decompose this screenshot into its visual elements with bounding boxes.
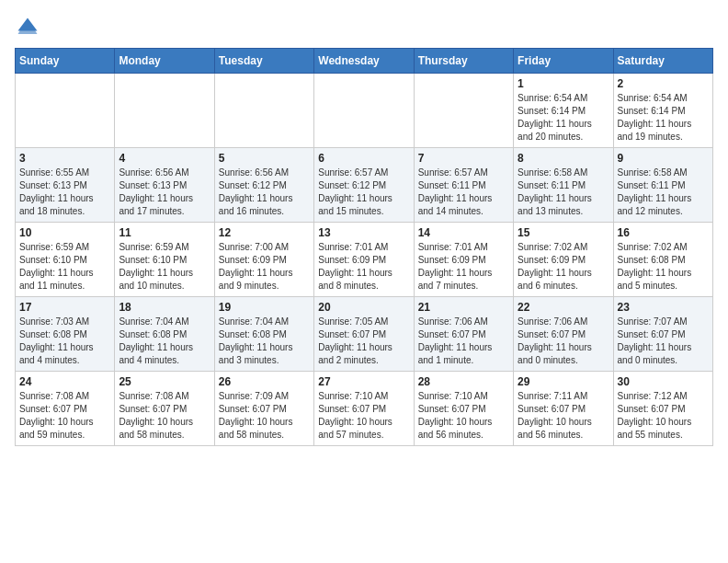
day-info: Sunrise: 6:56 AM Sunset: 6:12 PM Dayligh… bbox=[219, 167, 310, 218]
day-number: 3 bbox=[19, 152, 110, 165]
calendar-cell: 20Sunrise: 7:05 AM Sunset: 6:07 PM Dayli… bbox=[314, 297, 414, 372]
day-info: Sunrise: 7:06 AM Sunset: 6:07 PM Dayligh… bbox=[518, 316, 609, 367]
page-header bbox=[15, 15, 713, 40]
calendar-cell: 7Sunrise: 6:57 AM Sunset: 6:11 PM Daylig… bbox=[414, 148, 513, 223]
calendar-cell: 27Sunrise: 7:10 AM Sunset: 6:07 PM Dayli… bbox=[314, 372, 414, 446]
day-info: Sunrise: 6:59 AM Sunset: 6:10 PM Dayligh… bbox=[119, 241, 210, 293]
day-number: 9 bbox=[618, 152, 709, 165]
day-number: 15 bbox=[518, 226, 609, 239]
day-number: 11 bbox=[119, 226, 210, 239]
day-number: 18 bbox=[119, 301, 210, 314]
day-number: 21 bbox=[418, 301, 509, 314]
day-info: Sunrise: 6:56 AM Sunset: 6:13 PM Dayligh… bbox=[119, 167, 210, 218]
calendar-cell: 9Sunrise: 6:58 AM Sunset: 6:11 PM Daylig… bbox=[613, 148, 712, 223]
calendar-cell: 16Sunrise: 7:02 AM Sunset: 6:08 PM Dayli… bbox=[613, 223, 712, 297]
day-number: 4 bbox=[119, 152, 210, 165]
calendar-cell: 19Sunrise: 7:04 AM Sunset: 6:08 PM Dayli… bbox=[214, 297, 313, 372]
day-info: Sunrise: 7:01 AM Sunset: 6:09 PM Dayligh… bbox=[418, 241, 509, 293]
day-info: Sunrise: 7:12 AM Sunset: 6:07 PM Dayligh… bbox=[618, 390, 709, 442]
calendar-cell: 1Sunrise: 6:54 AM Sunset: 6:14 PM Daylig… bbox=[514, 74, 613, 148]
weekday-header: Saturday bbox=[613, 49, 712, 74]
day-info: Sunrise: 6:54 AM Sunset: 6:14 PM Dayligh… bbox=[518, 92, 609, 144]
day-number: 29 bbox=[518, 375, 609, 388]
calendar-cell: 8Sunrise: 6:58 AM Sunset: 6:11 PM Daylig… bbox=[514, 148, 613, 223]
calendar-header: SundayMondayTuesdayWednesdayThursdayFrid… bbox=[16, 49, 713, 74]
day-info: Sunrise: 6:58 AM Sunset: 6:11 PM Dayligh… bbox=[618, 167, 709, 218]
calendar-cell bbox=[115, 74, 214, 148]
calendar-week-row: 3Sunrise: 6:55 AM Sunset: 6:13 PM Daylig… bbox=[16, 148, 713, 223]
day-info: Sunrise: 7:08 AM Sunset: 6:07 PM Dayligh… bbox=[119, 390, 210, 442]
day-number: 6 bbox=[318, 152, 409, 165]
day-number: 24 bbox=[19, 375, 110, 388]
calendar-week-row: 1Sunrise: 6:54 AM Sunset: 6:14 PM Daylig… bbox=[16, 74, 713, 148]
day-info: Sunrise: 6:55 AM Sunset: 6:13 PM Dayligh… bbox=[19, 167, 110, 218]
calendar-cell: 3Sunrise: 6:55 AM Sunset: 6:13 PM Daylig… bbox=[16, 148, 115, 223]
day-info: Sunrise: 6:58 AM Sunset: 6:11 PM Dayligh… bbox=[518, 167, 609, 218]
day-info: Sunrise: 7:04 AM Sunset: 6:08 PM Dayligh… bbox=[219, 316, 310, 367]
calendar-cell: 26Sunrise: 7:09 AM Sunset: 6:07 PM Dayli… bbox=[214, 372, 313, 446]
day-number: 23 bbox=[618, 301, 709, 314]
day-number: 12 bbox=[219, 226, 310, 239]
day-number: 25 bbox=[119, 375, 210, 388]
day-number: 5 bbox=[219, 152, 310, 165]
day-number: 16 bbox=[618, 226, 709, 239]
day-number: 13 bbox=[318, 226, 409, 239]
day-number: 7 bbox=[418, 152, 509, 165]
day-number: 17 bbox=[19, 301, 110, 314]
day-info: Sunrise: 7:09 AM Sunset: 6:07 PM Dayligh… bbox=[219, 390, 310, 442]
calendar-cell: 14Sunrise: 7:01 AM Sunset: 6:09 PM Dayli… bbox=[414, 223, 513, 297]
day-number: 14 bbox=[418, 226, 509, 239]
calendar-cell: 15Sunrise: 7:02 AM Sunset: 6:09 PM Dayli… bbox=[514, 223, 613, 297]
calendar-week-row: 17Sunrise: 7:03 AM Sunset: 6:08 PM Dayli… bbox=[16, 297, 713, 372]
calendar-week-row: 10Sunrise: 6:59 AM Sunset: 6:10 PM Dayli… bbox=[16, 223, 713, 297]
day-number: 30 bbox=[618, 375, 709, 388]
weekday-row: SundayMondayTuesdayWednesdayThursdayFrid… bbox=[16, 49, 713, 74]
weekday-header: Tuesday bbox=[214, 49, 313, 74]
calendar-cell: 23Sunrise: 7:07 AM Sunset: 6:07 PM Dayli… bbox=[613, 297, 712, 372]
day-info: Sunrise: 7:04 AM Sunset: 6:08 PM Dayligh… bbox=[119, 316, 210, 367]
calendar-cell: 10Sunrise: 6:59 AM Sunset: 6:10 PM Dayli… bbox=[16, 223, 115, 297]
day-info: Sunrise: 6:54 AM Sunset: 6:14 PM Dayligh… bbox=[618, 92, 709, 144]
weekday-header: Monday bbox=[115, 49, 214, 74]
day-info: Sunrise: 7:03 AM Sunset: 6:08 PM Dayligh… bbox=[19, 316, 110, 367]
calendar-cell: 17Sunrise: 7:03 AM Sunset: 6:08 PM Dayli… bbox=[16, 297, 115, 372]
calendar-cell: 2Sunrise: 6:54 AM Sunset: 6:14 PM Daylig… bbox=[613, 74, 712, 148]
day-info: Sunrise: 7:11 AM Sunset: 6:07 PM Dayligh… bbox=[518, 390, 609, 442]
calendar-cell: 24Sunrise: 7:08 AM Sunset: 6:07 PM Dayli… bbox=[16, 372, 115, 446]
weekday-header: Thursday bbox=[414, 49, 513, 74]
day-number: 2 bbox=[618, 77, 709, 90]
calendar-week-row: 24Sunrise: 7:08 AM Sunset: 6:07 PM Dayli… bbox=[16, 372, 713, 446]
day-number: 19 bbox=[219, 301, 310, 314]
calendar-cell bbox=[314, 74, 414, 148]
calendar-cell bbox=[214, 74, 313, 148]
weekday-header: Wednesday bbox=[314, 49, 414, 74]
day-info: Sunrise: 6:57 AM Sunset: 6:11 PM Dayligh… bbox=[418, 167, 509, 218]
calendar-cell: 6Sunrise: 6:57 AM Sunset: 6:12 PM Daylig… bbox=[314, 148, 414, 223]
calendar-cell: 25Sunrise: 7:08 AM Sunset: 6:07 PM Dayli… bbox=[115, 372, 214, 446]
calendar-cell: 28Sunrise: 7:10 AM Sunset: 6:07 PM Dayli… bbox=[414, 372, 513, 446]
day-number: 10 bbox=[19, 226, 110, 239]
day-info: Sunrise: 7:10 AM Sunset: 6:07 PM Dayligh… bbox=[318, 390, 409, 442]
calendar-cell: 21Sunrise: 7:06 AM Sunset: 6:07 PM Dayli… bbox=[414, 297, 513, 372]
calendar-cell: 12Sunrise: 7:00 AM Sunset: 6:09 PM Dayli… bbox=[214, 223, 313, 297]
calendar-cell bbox=[414, 74, 513, 148]
weekday-header: Friday bbox=[514, 49, 613, 74]
day-info: Sunrise: 7:08 AM Sunset: 6:07 PM Dayligh… bbox=[19, 390, 110, 442]
logo bbox=[15, 15, 44, 40]
day-info: Sunrise: 6:59 AM Sunset: 6:10 PM Dayligh… bbox=[19, 241, 110, 293]
day-info: Sunrise: 7:00 AM Sunset: 6:09 PM Dayligh… bbox=[219, 241, 310, 293]
calendar-cell: 30Sunrise: 7:12 AM Sunset: 6:07 PM Dayli… bbox=[613, 372, 712, 446]
day-info: Sunrise: 7:06 AM Sunset: 6:07 PM Dayligh… bbox=[418, 316, 509, 367]
day-number: 26 bbox=[219, 375, 310, 388]
day-number: 20 bbox=[318, 301, 409, 314]
calendar-table: SundayMondayTuesdayWednesdayThursdayFrid… bbox=[15, 48, 713, 446]
day-number: 27 bbox=[318, 375, 409, 388]
calendar-cell: 22Sunrise: 7:06 AM Sunset: 6:07 PM Dayli… bbox=[514, 297, 613, 372]
calendar-cell: 11Sunrise: 6:59 AM Sunset: 6:10 PM Dayli… bbox=[115, 223, 214, 297]
day-info: Sunrise: 7:07 AM Sunset: 6:07 PM Dayligh… bbox=[618, 316, 709, 367]
day-info: Sunrise: 6:57 AM Sunset: 6:12 PM Dayligh… bbox=[318, 167, 409, 218]
day-info: Sunrise: 7:01 AM Sunset: 6:09 PM Dayligh… bbox=[318, 241, 409, 293]
logo-icon bbox=[15, 15, 40, 40]
calendar-body: 1Sunrise: 6:54 AM Sunset: 6:14 PM Daylig… bbox=[16, 74, 713, 446]
day-info: Sunrise: 7:05 AM Sunset: 6:07 PM Dayligh… bbox=[318, 316, 409, 367]
